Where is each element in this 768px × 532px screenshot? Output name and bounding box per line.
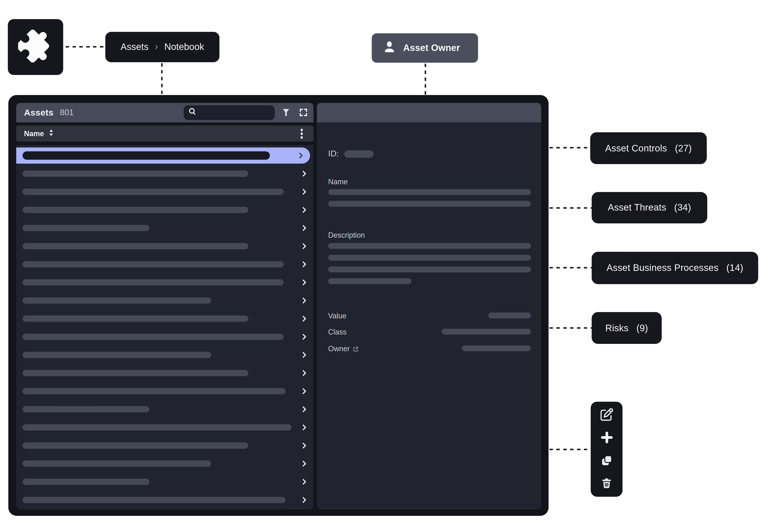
delete-button[interactable] bbox=[600, 478, 613, 491]
row-text-skeleton bbox=[23, 170, 249, 177]
row-text-skeleton bbox=[23, 460, 211, 467]
connector-module-breadcrumb bbox=[66, 46, 105, 47]
callout-risks: Risks (9) bbox=[592, 312, 662, 344]
chevron-right-icon bbox=[300, 333, 308, 343]
chevron-right-icon bbox=[300, 496, 308, 506]
column-header-name[interactable]: Name bbox=[16, 125, 313, 141]
table-row[interactable] bbox=[16, 401, 313, 417]
description-label: Description bbox=[328, 231, 365, 239]
table-row[interactable] bbox=[16, 437, 313, 454]
row-text-skeleton bbox=[23, 261, 284, 267]
chevron-right-icon bbox=[300, 351, 308, 361]
connector-owner-window bbox=[425, 64, 426, 95]
row-text-skeleton bbox=[23, 370, 249, 376]
copy-icon bbox=[600, 454, 613, 469]
table-row[interactable] bbox=[16, 365, 313, 381]
table-row[interactable] bbox=[16, 184, 313, 200]
actions-toolbar bbox=[591, 402, 622, 497]
callout-count: (14) bbox=[726, 263, 743, 273]
sort-icon[interactable] bbox=[48, 129, 54, 138]
row-text-skeleton bbox=[23, 207, 249, 213]
module-tile bbox=[8, 19, 63, 75]
owner-label: Owner bbox=[328, 344, 359, 354]
owner-badge-label: Asset Owner bbox=[403, 43, 460, 53]
connector-asset-business-processes bbox=[549, 267, 592, 268]
column-header-label: Name bbox=[24, 129, 44, 138]
chevron-right-icon bbox=[300, 459, 308, 470]
table-row[interactable] bbox=[16, 347, 313, 363]
name-skeleton-2 bbox=[328, 201, 531, 207]
breadcrumb: Assets › Notebook bbox=[105, 32, 220, 62]
copy-button[interactable] bbox=[600, 455, 613, 468]
callout-asset-threats: Asset Threats (34) bbox=[592, 192, 707, 223]
row-text-skeleton bbox=[23, 352, 211, 358]
name-skeleton-1 bbox=[328, 189, 531, 195]
callout-asset-business-processes: Asset Business Processes (14) bbox=[592, 252, 758, 284]
table-row[interactable] bbox=[16, 474, 313, 490]
table-row[interactable] bbox=[16, 166, 313, 182]
row-text-skeleton bbox=[23, 479, 149, 485]
connector-toolbar bbox=[549, 449, 591, 450]
value-skeleton bbox=[488, 312, 531, 318]
expand-icon[interactable] bbox=[299, 108, 308, 118]
name-label: Name bbox=[328, 177, 348, 186]
chevron-right-icon bbox=[300, 478, 308, 488]
table-row[interactable] bbox=[16, 419, 313, 435]
table-row[interactable] bbox=[16, 292, 313, 309]
chevron-right-icon bbox=[300, 405, 308, 415]
table-row[interactable] bbox=[16, 238, 313, 254]
row-text-skeleton bbox=[23, 497, 286, 503]
table-row[interactable] bbox=[16, 383, 313, 399]
table-row[interactable] bbox=[16, 147, 310, 163]
callout-label: Risks bbox=[605, 323, 629, 333]
assets-list-panel: Assets 801 Name bbox=[16, 103, 313, 510]
search-input[interactable] bbox=[197, 108, 268, 117]
row-text-skeleton bbox=[23, 297, 211, 304]
asset-detail-panel: ID: Name Description Value Class Owner bbox=[317, 103, 541, 510]
connector-asset-controls bbox=[549, 147, 590, 148]
edit-button[interactable] bbox=[600, 408, 613, 422]
external-link-icon[interactable] bbox=[353, 345, 359, 354]
row-text-skeleton bbox=[23, 316, 249, 322]
table-row[interactable] bbox=[16, 202, 313, 218]
row-text-skeleton bbox=[23, 151, 270, 160]
search-box[interactable] bbox=[184, 105, 275, 120]
table-row[interactable] bbox=[16, 311, 313, 327]
chevron-right-icon bbox=[300, 278, 308, 288]
kebab-menu-icon[interactable] bbox=[298, 128, 305, 139]
callout-label: Asset Controls bbox=[605, 143, 667, 154]
row-text-skeleton bbox=[23, 334, 284, 340]
class-label: Class bbox=[328, 328, 347, 336]
owner-skeleton bbox=[462, 345, 531, 351]
breadcrumb-separator-icon: › bbox=[155, 41, 158, 52]
table-row[interactable] bbox=[16, 456, 313, 472]
row-text-skeleton bbox=[23, 388, 286, 394]
callout-asset-controls: Asset Controls (27) bbox=[590, 132, 707, 164]
edit-icon bbox=[600, 408, 613, 423]
row-text-skeleton bbox=[23, 442, 249, 449]
table-row[interactable] bbox=[16, 329, 313, 345]
description-skeleton-3 bbox=[328, 266, 531, 272]
table-row[interactable] bbox=[16, 220, 313, 236]
detail-panel-header bbox=[317, 103, 541, 123]
breadcrumb-item-notebook[interactable]: Notebook bbox=[164, 42, 204, 52]
breadcrumb-item-assets[interactable]: Assets bbox=[120, 42, 148, 52]
chevron-right-icon bbox=[300, 260, 308, 270]
row-text-skeleton bbox=[23, 189, 284, 195]
filter-icon[interactable] bbox=[281, 108, 291, 118]
assets-count: 801 bbox=[60, 108, 74, 118]
table-row[interactable] bbox=[16, 492, 313, 508]
chevron-right-icon bbox=[300, 441, 308, 451]
connector-asset-threats bbox=[549, 207, 592, 209]
trash-icon bbox=[600, 477, 613, 491]
row-text-skeleton bbox=[23, 406, 149, 412]
table-row[interactable] bbox=[16, 274, 313, 290]
callout-count: (9) bbox=[636, 323, 648, 333]
chevron-right-icon bbox=[300, 296, 308, 307]
chevron-right-icon bbox=[300, 423, 308, 433]
row-text-skeleton bbox=[23, 279, 284, 286]
id-label: ID: bbox=[328, 149, 339, 159]
person-icon bbox=[382, 39, 397, 56]
table-row[interactable] bbox=[16, 256, 313, 272]
add-button[interactable] bbox=[600, 432, 613, 445]
